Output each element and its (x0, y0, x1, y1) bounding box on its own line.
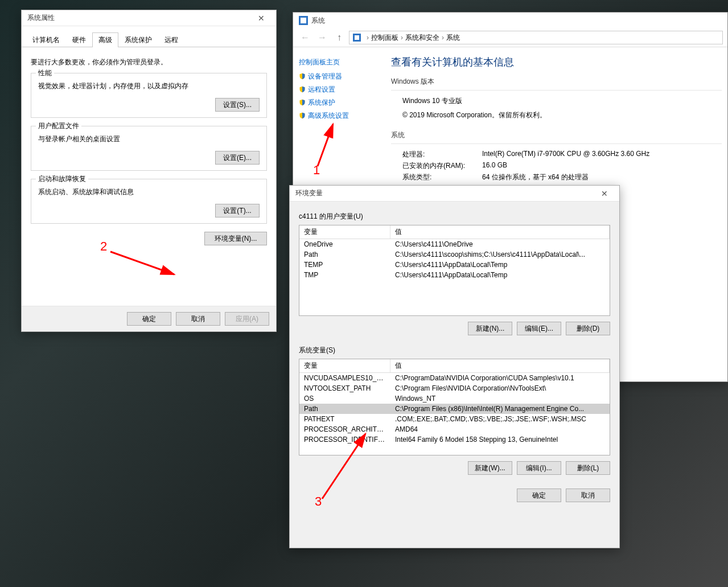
var-name: TEMP (299, 260, 390, 270)
var-name: Path (299, 404, 390, 414)
env-cancel-button[interactable]: 取消 (566, 489, 610, 502)
env-titlebar[interactable]: 环境变量 ✕ (290, 186, 619, 202)
table-row[interactable]: TMPC:\Users\c4111\AppData\Local\Temp (299, 270, 610, 280)
shield-icon (299, 73, 306, 80)
bc-control-panel[interactable]: 控制面板 (371, 33, 398, 43)
user-vars-label: c4111 的用户变量(U) (299, 212, 610, 221)
divider (391, 90, 722, 91)
var-value: C:\Users\c4111\AppData\Local\Temp (390, 270, 610, 280)
divider (391, 143, 722, 144)
table-row[interactable]: NVCUDASAMPLES10_1_R...C:\ProgramData\NVI… (299, 373, 610, 383)
breadcrumb[interactable]: › 控制面板 › 系统和安全 › 系统 (349, 31, 723, 44)
performance-legend: 性能 (36, 68, 54, 78)
cpu-value: Intel(R) Core(TM) i7-9700K CPU @ 3.60GHz… (482, 150, 649, 159)
col-value[interactable]: 值 (390, 359, 610, 372)
user-delete-button[interactable]: 删除(D) (566, 322, 610, 335)
tab-advanced[interactable]: 高级 (92, 32, 118, 47)
var-value: C:\ProgramData\NVIDIA Corporation\CUDA S… (390, 373, 610, 383)
var-name: OS (299, 393, 390, 404)
tab-hardware[interactable]: 硬件 (66, 32, 92, 47)
close-icon[interactable]: ✕ (593, 186, 616, 201)
var-name: PATHEXT (299, 414, 390, 424)
user-profile-settings-button[interactable]: 设置(E)... (215, 151, 260, 165)
sidebar-link[interactable]: 远程设置 (299, 85, 384, 95)
startup-recovery-legend: 启动和故障恢复 (36, 174, 88, 184)
system-variables-list[interactable]: 变量 值 NVCUDASAMPLES10_1_R...C:\ProgramDat… (299, 359, 610, 455)
shield-icon (299, 99, 306, 106)
table-row[interactable]: PathC:\Program Files (x86)\Intel\Intel(R… (299, 404, 610, 414)
var-name: TMP (299, 270, 390, 280)
ok-button[interactable]: 确定 (127, 312, 171, 326)
var-value: C:\Users\c4111\scoop\shims;C:\Users\c411… (390, 249, 610, 260)
shield-icon (299, 86, 306, 93)
sysprops-title: 系统属性 (27, 13, 250, 23)
performance-settings-button[interactable]: 设置(S)... (215, 98, 260, 112)
table-row[interactable]: PROCESSOR_ARCHITECT...AMD64 (299, 424, 610, 434)
system-section-label: 系统 (391, 130, 722, 140)
tab-computer-name[interactable]: 计算机名 (26, 32, 66, 47)
tab-remote[interactable]: 远程 (158, 32, 184, 47)
var-name: OneDrive (299, 239, 390, 249)
table-row[interactable]: NVTOOLSEXT_PATHC:\Program Files\NVIDIA C… (299, 383, 610, 393)
table-row[interactable]: OSWindows_NT (299, 393, 610, 404)
system-properties-dialog: 系统属性 ✕ 计算机名 硬件 高级 系统保护 远程 要进行大多数更改，你必须作为… (21, 10, 277, 332)
col-variable[interactable]: 变量 (299, 225, 390, 239)
var-value: C:\Program Files (x86)\Intel\Intel(R) Ma… (390, 404, 610, 414)
table-row[interactable]: PATHEXT.COM;.EXE;.BAT;.CMD;.VBS;.VBE;.JS… (299, 414, 610, 424)
sidebar-link-label: 高级系统设置 (308, 112, 349, 120)
var-value: C:\Program Files\NVIDIA Corporation\NvTo… (390, 383, 610, 393)
sidebar-link[interactable]: 设备管理器 (299, 72, 384, 81)
system-new-button[interactable]: 新建(W)... (468, 461, 512, 475)
close-icon[interactable]: ✕ (250, 10, 273, 26)
nav-toolbar: ← → ↑ › 控制面板 › 系统和安全 › 系统 (293, 28, 727, 47)
sidebar-link[interactable]: 系统保护 (299, 98, 384, 108)
var-name: NVCUDASAMPLES10_1_R... (299, 373, 390, 383)
table-row[interactable]: OneDriveC:\Users\c4111\OneDrive (299, 239, 610, 249)
bc-system-security[interactable]: 系统和安全 (405, 33, 439, 43)
user-variables-list[interactable]: 变量 值 OneDriveC:\Users\c4111\OneDrivePath… (299, 225, 610, 316)
var-name: Path (299, 249, 390, 260)
sysprops-titlebar[interactable]: 系统属性 ✕ (22, 10, 276, 26)
startup-recovery-desc: 系统启动、系统故障和调试信息 (38, 187, 260, 197)
cancel-button[interactable]: 取消 (176, 312, 220, 326)
system-edit-button[interactable]: 编辑(I)... (517, 461, 561, 475)
control-panel-home-link[interactable]: 控制面板主页 (299, 58, 384, 67)
annotation-3: 3 (315, 494, 322, 509)
nav-up-icon[interactable]: ↑ (332, 31, 347, 44)
user-new-button[interactable]: 新建(N)... (468, 322, 512, 335)
env-title: 环境变量 (295, 188, 593, 198)
apply-button[interactable]: 应用(A) (225, 312, 269, 326)
annotation-2: 2 (100, 239, 107, 254)
syswin-titlebar[interactable]: 系统 (293, 13, 727, 28)
table-row[interactable]: PathC:\Users\c4111\scoop\shims;C:\Users\… (299, 249, 610, 260)
breadcrumb-icon (353, 34, 361, 42)
nav-forward-icon[interactable]: → (315, 31, 330, 44)
env-ok-button[interactable]: 确定 (517, 489, 561, 502)
shield-icon (299, 112, 306, 119)
systype-value: 64 位操作系统，基于 x64 的处理器 (482, 173, 589, 182)
var-name: PROCESSOR_IDENTIFIER (299, 434, 390, 445)
windows-edition-label: Windows 版本 (391, 77, 722, 87)
var-name: PROCESSOR_ARCHITECT... (299, 424, 390, 434)
table-row[interactable]: PROCESSOR_IDENTIFIERIntel64 Family 6 Mod… (299, 434, 610, 445)
nav-back-icon[interactable]: ← (298, 31, 312, 44)
user-profile-legend: 用户配置文件 (36, 121, 81, 131)
ram-label: 已安装的内存(RAM): (402, 161, 482, 171)
system-delete-button[interactable]: 删除(L) (566, 461, 610, 475)
bc-system[interactable]: 系统 (446, 33, 460, 43)
edition-value: Windows 10 专业版 (402, 96, 722, 106)
sidebar-link-label: 系统保护 (308, 98, 335, 106)
bc-sep: › (367, 34, 369, 42)
col-variable[interactable]: 变量 (299, 359, 390, 372)
startup-recovery-settings-button[interactable]: 设置(T)... (215, 204, 260, 217)
user-edit-button[interactable]: 编辑(E)... (517, 322, 561, 335)
var-name: NVTOOLSEXT_PATH (299, 383, 390, 393)
table-row[interactable]: TEMPC:\Users\c4111\AppData\Local\Temp (299, 260, 610, 270)
annotation-1: 1 (313, 163, 320, 178)
sidebar-link[interactable]: 高级系统设置 (299, 111, 384, 121)
sidebar-link-label: 设备管理器 (308, 72, 342, 80)
environment-variables-button[interactable]: 环境变量(N)... (204, 232, 267, 245)
performance-group: 性能 视觉效果，处理器计划，内存使用，以及虚拟内存 设置(S)... (31, 73, 267, 118)
col-value[interactable]: 值 (390, 225, 610, 239)
tab-system-protection[interactable]: 系统保护 (118, 32, 158, 47)
